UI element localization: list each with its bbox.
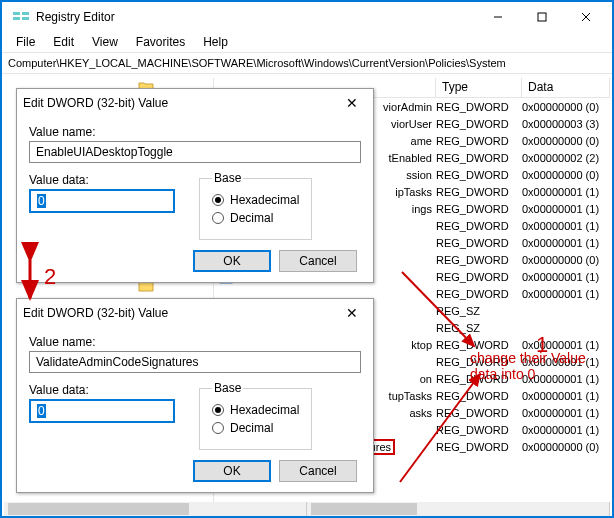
radio-decimal[interactable]: Decimal [212, 211, 299, 225]
window-title: Registry Editor [36, 10, 476, 24]
base-fieldset: Base Hexadecimal Decimal [199, 171, 312, 240]
value-type: REG_DWORD [436, 254, 522, 266]
value-type: REG_DWORD [436, 237, 522, 249]
value-type: REG_DWORD [436, 288, 522, 300]
horizontal-scrollbars[interactable] [4, 502, 610, 516]
address-bar[interactable]: Computer\HKEY_LOCAL_MACHINE\SOFTWARE\Mic… [2, 52, 612, 74]
menu-bar: File Edit View Favorites Help [2, 32, 612, 52]
value-type: REG_DWORD [436, 152, 522, 164]
col-data[interactable]: Data [522, 78, 610, 97]
minimize-button[interactable] [476, 3, 520, 31]
radio-decimal[interactable]: Decimal [212, 421, 299, 435]
maximize-button[interactable] [520, 3, 564, 31]
svg-rect-3 [22, 17, 29, 20]
svg-rect-5 [538, 13, 546, 21]
address-path: Computer\HKEY_LOCAL_MACHINE\SOFTWARE\Mic… [8, 57, 506, 69]
dialog-title: Edit DWORD (32-bit) Value [23, 306, 337, 320]
value-data: 0x00000001 (1) [522, 390, 610, 402]
value-type: REG_DWORD [436, 186, 522, 198]
value-name-label: Value name: [29, 335, 361, 349]
base-legend: Base [212, 171, 243, 185]
value-data: 0x00000002 (2) [522, 152, 610, 164]
annotation-text: change their Value data into 0 [470, 350, 610, 382]
close-button[interactable] [564, 3, 608, 31]
value-data-field[interactable]: 0 [29, 189, 175, 213]
base-fieldset: Base Hexadecimal Decimal [199, 381, 312, 450]
value-data: 0x00000001 (1) [522, 407, 610, 419]
value-type: REG_DWORD [436, 407, 522, 419]
value-type: REG_SZ [436, 322, 522, 334]
value-data: 0x00000000 (0) [522, 441, 610, 453]
value-data: 0x00000001 (1) [522, 203, 610, 215]
value-data: 0x00000001 (1) [522, 220, 610, 232]
radio-hexadecimal[interactable]: Hexadecimal [212, 193, 299, 207]
value-data: 0x00000000 (0) [522, 135, 610, 147]
value-data: 0x00000001 (1) [522, 186, 610, 198]
value-type: REG_DWORD [436, 101, 522, 113]
value-name-field[interactable]: EnableUIADesktopToggle [29, 141, 361, 163]
base-legend: Base [212, 381, 243, 395]
value-data: 0x00000001 (1) [522, 271, 610, 283]
value-type: REG_DWORD [436, 203, 522, 215]
cancel-button[interactable]: Cancel [279, 250, 357, 272]
dialog-title: Edit DWORD (32-bit) Value [23, 96, 337, 110]
value-data-label: Value data: [29, 173, 175, 187]
app-icon [12, 8, 30, 26]
value-data: 0x00000000 (0) [522, 101, 610, 113]
menu-view[interactable]: View [84, 33, 126, 51]
menu-favorites[interactable]: Favorites [128, 33, 193, 51]
menu-help[interactable]: Help [195, 33, 236, 51]
value-name-label: Value name: [29, 125, 361, 139]
svg-rect-2 [13, 17, 20, 20]
menu-file[interactable]: File [8, 33, 43, 51]
ok-button[interactable]: OK [193, 250, 271, 272]
ok-button[interactable]: OK [193, 460, 271, 482]
value-data: 0x00000003 (3) [522, 118, 610, 130]
value-data: 0x00000001 (1) [522, 237, 610, 249]
value-data: 0x00000001 (1) [522, 288, 610, 300]
menu-edit[interactable]: Edit [45, 33, 82, 51]
value-data-label: Value data: [29, 383, 175, 397]
value-type: REG_DWORD [436, 271, 522, 283]
value-data-field[interactable]: 0 [29, 399, 175, 423]
svg-rect-0 [13, 12, 20, 15]
value-type: REG_DWORD [436, 339, 522, 351]
col-type[interactable]: Type [436, 78, 522, 97]
title-bar: Registry Editor [2, 2, 612, 32]
close-icon[interactable]: ✕ [337, 95, 367, 111]
value-type: REG_DWORD [436, 441, 522, 453]
value-type: REG_DWORD [436, 390, 522, 402]
value-type: REG_SZ [436, 305, 522, 317]
close-icon[interactable]: ✕ [337, 305, 367, 321]
edit-dword-dialog-bottom: Edit DWORD (32-bit) Value ✕ Value name: … [16, 298, 374, 493]
value-data: 0x00000000 (0) [522, 254, 610, 266]
annotation-number-2: 2 [44, 264, 56, 290]
value-name-field[interactable]: ValidateAdminCodeSignatures [29, 351, 361, 373]
value-data: 0x00000000 (0) [522, 169, 610, 181]
value-data: 0x00000001 (1) [522, 424, 610, 436]
value-type: REG_DWORD [436, 424, 522, 436]
edit-dword-dialog-top: Edit DWORD (32-bit) Value ✕ Value name: … [16, 88, 374, 283]
value-type: REG_DWORD [436, 135, 522, 147]
svg-rect-1 [22, 12, 29, 15]
radio-hexadecimal[interactable]: Hexadecimal [212, 403, 299, 417]
value-type: REG_DWORD [436, 220, 522, 232]
value-type: REG_DWORD [436, 118, 522, 130]
cancel-button[interactable]: Cancel [279, 460, 357, 482]
value-type: REG_DWORD [436, 169, 522, 181]
